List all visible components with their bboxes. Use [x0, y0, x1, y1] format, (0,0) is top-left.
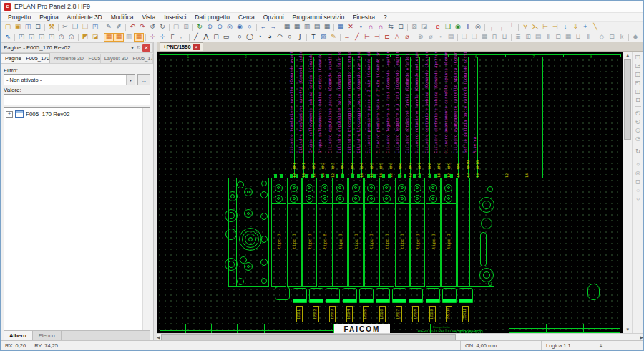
viewcube4-icon[interactable]: ◳ [47, 33, 57, 42]
workspace3-icon[interactable]: ▥ [124, 33, 134, 42]
page2-icon[interactable]: ⊞ [181, 23, 191, 32]
mount1-icon[interactable]: ◇ [597, 33, 607, 42]
route2-icon[interactable]: ⋋ [530, 23, 540, 32]
misc5-icon[interactable]: ↯ [640, 33, 643, 42]
placement2-icon[interactable]: ◪ [90, 33, 100, 42]
rotate3-icon[interactable]: ◶ [635, 126, 640, 134]
plus-icon[interactable]: + [580, 23, 590, 32]
new-project-icon[interactable]: ▢ [3, 23, 13, 32]
panel-icon[interactable]: ⊟ [553, 33, 563, 42]
shade2-icon[interactable]: ◎ [635, 169, 640, 177]
misc4-icon[interactable]: ◆ [630, 33, 640, 42]
duct3-icon[interactable]: ⊔ [573, 33, 583, 42]
down2-icon[interactable]: ⇓ [570, 23, 580, 32]
dim-chain-icon[interactable]: ⊢ [362, 33, 372, 42]
prev-page-icon[interactable]: ← [258, 23, 268, 32]
tab-close-icon[interactable]: ✕ [193, 44, 200, 50]
view-iso3-icon[interactable]: ◱ [635, 70, 641, 78]
copy3d1-icon[interactable]: ❐ [459, 33, 469, 42]
grid-off-icon[interactable]: ✕ [346, 23, 356, 32]
table1-icon[interactable]: ⊞ [523, 33, 533, 42]
pages-tree[interactable]: + F005_170 Rev02 [4, 107, 150, 330]
grid3-icon[interactable]: ▥ [302, 23, 312, 32]
misc2-icon[interactable]: ◪ [419, 23, 429, 32]
undo-list-icon[interactable]: ↺ [147, 23, 157, 32]
paste-icon[interactable]: ❏ [80, 23, 90, 32]
mount2-icon[interactable]: ⊡ [607, 33, 617, 42]
rect-tool-icon[interactable]: ◻ [211, 33, 221, 42]
menu-progetto[interactable]: Progetto [4, 14, 35, 21]
measure2-icon[interactable]: ⊹ [157, 33, 167, 42]
menu-modifica[interactable]: Modifica [107, 14, 138, 21]
workspace4-icon[interactable]: ▦ [134, 33, 144, 42]
arc3-tool-icon[interactable]: ◠ [275, 33, 285, 42]
rotate4-icon[interactable]: ◷ [635, 135, 640, 143]
panel-tab-0[interactable]: Pagine - F005_170 Rev02 [1, 53, 50, 63]
route3-icon[interactable]: ⊢ [540, 23, 550, 32]
orbit-icon[interactable]: ↻ [635, 148, 640, 155]
dim-box-icon[interactable]: ⊏ [382, 33, 392, 42]
viewcube5-icon[interactable]: ◴ [57, 33, 67, 42]
rotate1-icon[interactable]: ◴ [635, 109, 640, 117]
scroll-left-icon[interactable]: ◀ [157, 334, 160, 341]
view-iso2-icon[interactable]: ◲ [635, 62, 641, 69]
menu-finestra[interactable]: Finestra [348, 14, 379, 21]
arc2-tool-icon[interactable]: ◕ [265, 33, 275, 42]
scroll-down-icon[interactable]: ▼ [625, 326, 630, 333]
snap-icon[interactable]: ▪ [356, 23, 366, 32]
zoom-in-icon[interactable]: ⊕ [205, 23, 215, 32]
menu-vista[interactable]: Vista [137, 14, 160, 21]
menu--[interactable]: ? [379, 14, 391, 21]
edit2-icon[interactable]: ✐ [114, 23, 124, 32]
tree-item-project[interactable]: + F005_170 Rev02 [4, 108, 150, 120]
polyline-tool-icon[interactable]: ⋀ [201, 33, 211, 42]
redo-icon[interactable]: ↷ [137, 23, 147, 32]
layer2-icon[interactable]: ⌀ [426, 33, 436, 42]
settings-wrench-icon[interactable]: ⚒ [47, 23, 57, 32]
print-icon[interactable]: ⊟ [33, 23, 43, 32]
duct2-icon[interactable]: ⊔ [499, 33, 509, 42]
pages-panel-header[interactable]: Pagine - F005_170 Rev02 ▾ ⚐ ✕ [1, 42, 153, 53]
expander-icon[interactable]: + [6, 111, 13, 118]
menu-opzioni[interactable]: Opzioni [259, 14, 288, 21]
select-pointer-icon[interactable]: ⇖ [3, 33, 13, 42]
grid6-icon[interactable]: ▦ [563, 33, 573, 42]
corner3-icon[interactable]: └ [507, 23, 517, 32]
page-icon[interactable]: ▢ [171, 23, 181, 32]
rotate2-icon[interactable]: ◵ [635, 117, 640, 125]
grid2-icon[interactable]: ▦ [292, 23, 302, 32]
vertical-scroll-thumb[interactable] [624, 59, 631, 140]
menu-programmi-servizio[interactable]: Programmi servizio [288, 14, 349, 21]
delete-icon[interactable]: ◳ [90, 23, 100, 32]
angle2-icon[interactable]: ⌐ [177, 33, 187, 42]
workspace2-icon[interactable]: ▦ [114, 33, 124, 42]
dim-base-icon[interactable]: ⊣ [372, 33, 382, 42]
diag-icon[interactable]: ╲ [590, 23, 600, 32]
image-tool-icon[interactable]: ▨ [318, 33, 328, 42]
dim-aligned-icon[interactable]: ╱ [352, 33, 362, 42]
workspace1-icon[interactable]: ▦ [104, 33, 114, 42]
eplan-e-icon[interactable]: e [433, 23, 443, 32]
dataportal-icon[interactable]: ❏ [443, 23, 453, 32]
menu-dati-progetto[interactable]: Dati progetto [190, 14, 234, 21]
redo-list-icon[interactable]: ↻ [157, 23, 167, 32]
horizontal-scroll-thumb[interactable] [161, 334, 456, 340]
viewcube6-icon[interactable]: ◵ [67, 33, 77, 42]
circle2-tool-icon[interactable]: ◯ [245, 33, 255, 42]
line-tool-icon[interactable]: ╱ [191, 33, 201, 42]
close-project-icon[interactable]: ◫ [23, 23, 33, 32]
snap-grid-icon[interactable]: ▦ [336, 23, 346, 32]
zoom-page-icon[interactable]: ○ [245, 23, 255, 32]
scroll-right-icon[interactable]: ▶ [640, 334, 643, 341]
edit-icon[interactable]: ✎ [104, 23, 114, 32]
logic2-icon[interactable]: ∩ [376, 23, 386, 32]
swap-icon[interactable]: ⇆ [386, 23, 396, 32]
tree-tab-elenco[interactable]: Elenco [33, 331, 62, 340]
chevron-down-icon[interactable]: ▾ [130, 45, 135, 51]
circle-tool-icon[interactable]: ○ [235, 33, 245, 42]
viewcube2-icon[interactable]: ◱ [26, 33, 36, 42]
document-tab[interactable]: +PNE/1550 ✕ [160, 42, 203, 51]
grid1-icon[interactable]: ▦ [282, 23, 292, 32]
shade3-icon[interactable]: ◻ [635, 178, 640, 186]
scroll-up-icon[interactable]: ▲ [625, 52, 630, 59]
